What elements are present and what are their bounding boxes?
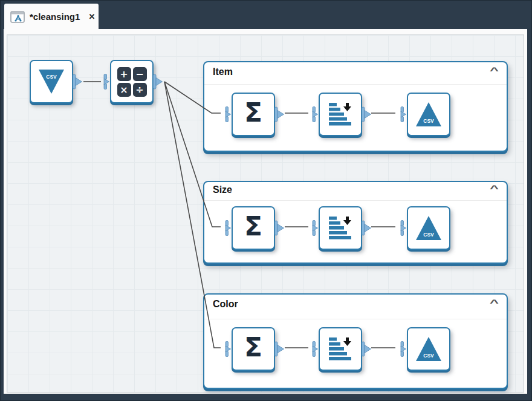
input-port-icon[interactable] [397, 220, 407, 236]
collapse-chevron-icon[interactable]: ^ [490, 67, 499, 75]
aggregate-node[interactable]: Σ [232, 206, 275, 250]
group-color[interactable]: Color ^ Σ CSV [203, 293, 508, 389]
export-csv-node[interactable]: CSV [407, 206, 450, 250]
group-item[interactable]: Item ^ Σ CSV [203, 61, 508, 152]
sigma-icon: Σ [244, 334, 262, 361]
group-size[interactable]: Size ^ Σ CSV [203, 181, 508, 264]
input-port-icon[interactable] [309, 106, 319, 122]
output-port-icon[interactable] [153, 74, 163, 90]
output-port-icon[interactable] [362, 341, 372, 357]
import-csv-icon: CSV [38, 69, 65, 94]
svg-text:CSV: CSV [423, 232, 434, 238]
plus-icon: + [117, 67, 131, 81]
group-title: Size [213, 184, 232, 195]
import-csv-node[interactable]: CSV [30, 60, 73, 103]
input-port-icon[interactable] [397, 106, 407, 122]
export-csv-icon: CSV [415, 215, 442, 241]
calculator-icon: + − × ÷ [117, 67, 147, 97]
output-port-icon[interactable] [274, 106, 285, 122]
minus-icon: − [133, 67, 147, 81]
svg-text:CSV: CSV [423, 353, 434, 359]
aggregate-node[interactable]: Σ [232, 327, 275, 371]
tab-title: *cleansing1 [30, 11, 80, 22]
collapse-chevron-icon[interactable]: ^ [490, 184, 499, 193]
group-title: Item [213, 67, 233, 77]
svg-text:CSV: CSV [423, 118, 434, 124]
sigma-icon: Σ [244, 214, 262, 240]
input-port-icon[interactable] [309, 220, 319, 236]
group-size-header[interactable]: Size ^ [204, 182, 507, 201]
group-item-header[interactable]: Item ^ [204, 62, 507, 85]
divide-icon: ÷ [133, 83, 147, 97]
app-window: *cleansing1 ✕ Item ^ Σ CSV [0, 0, 532, 401]
aggregate-node[interactable]: Σ [232, 93, 275, 136]
input-port-icon[interactable] [100, 74, 111, 90]
sort-node[interactable] [319, 93, 362, 136]
output-port-icon[interactable] [274, 220, 285, 236]
sort-descending-icon [327, 215, 354, 241]
project-icon [10, 10, 25, 23]
group-color-header[interactable]: Color ^ [204, 295, 507, 319]
output-port-icon[interactable] [362, 106, 372, 122]
tab-cleansing1[interactable]: *cleansing1 ✕ [4, 4, 99, 29]
input-port-icon[interactable] [222, 341, 232, 357]
collapse-chevron-icon[interactable]: ^ [490, 299, 499, 307]
multiply-icon: × [117, 83, 131, 97]
calculator-node[interactable]: + − × ÷ [110, 60, 154, 103]
sort-node[interactable] [319, 206, 362, 250]
input-port-icon[interactable] [222, 220, 232, 236]
sort-descending-icon [327, 336, 354, 362]
output-port-icon[interactable] [274, 341, 285, 357]
export-csv-node[interactable]: CSV [407, 327, 450, 371]
sigma-icon: Σ [244, 100, 262, 126]
export-csv-icon: CSV [415, 336, 442, 362]
svg-text:CSV: CSV [46, 74, 57, 80]
export-csv-node[interactable]: CSV [407, 93, 450, 136]
input-port-icon[interactable] [222, 106, 232, 122]
group-title: Color [213, 299, 238, 310]
tab-close-icon[interactable]: ✕ [88, 12, 95, 21]
sort-descending-icon [327, 101, 354, 128]
input-port-icon[interactable] [309, 341, 319, 357]
sort-node[interactable] [319, 327, 362, 371]
output-port-icon[interactable] [73, 74, 83, 90]
input-port-icon[interactable] [397, 341, 407, 357]
output-port-icon[interactable] [362, 220, 372, 236]
export-csv-icon: CSV [415, 102, 442, 127]
